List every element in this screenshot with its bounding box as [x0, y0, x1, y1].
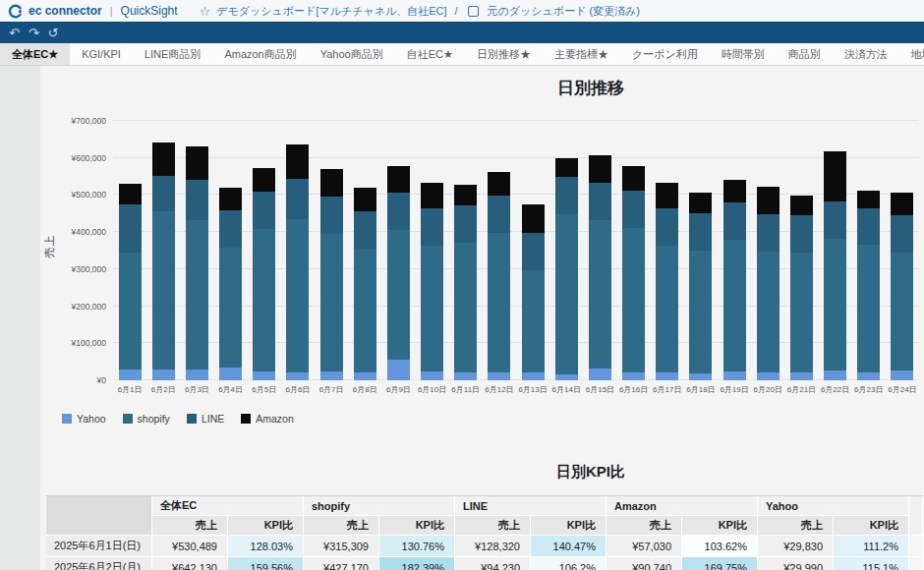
- table-cell: ¥29,830: [758, 536, 834, 557]
- bar-segment-yahoo: [824, 370, 846, 380]
- tab-クーポン利用[interactable]: クーポン利用: [620, 43, 710, 65]
- stacked-bar[interactable]: [454, 185, 477, 380]
- dashboard-icon: [468, 6, 479, 17]
- x-tick-label: 6月2日: [151, 384, 176, 395]
- stacked-bar[interactable]: [555, 158, 578, 380]
- x-tick-label: 6月18日: [686, 384, 715, 395]
- product-name[interactable]: QuickSight: [121, 4, 178, 18]
- tab-商品別[interactable]: 商品別: [777, 43, 833, 65]
- bar-segment-shopify: [253, 229, 275, 371]
- legend-swatch-line: [187, 414, 197, 424]
- tab-時間帯別[interactable]: 時間帯別: [710, 43, 777, 65]
- x-tick-label: 6月9日: [386, 384, 411, 395]
- stacked-bar[interactable]: [589, 155, 611, 380]
- bar-segment-amazon: [320, 169, 343, 197]
- stacked-bar[interactable]: [186, 146, 208, 380]
- stacked-bar[interactable]: [119, 184, 142, 380]
- stacked-bar[interactable]: [421, 183, 443, 380]
- x-tick-label: 6月21日: [787, 384, 816, 395]
- table-cell: ¥90,740: [606, 557, 682, 570]
- table-cell: ¥29,990: [758, 557, 834, 570]
- tab-自社EC[interactable]: 自社EC★: [395, 43, 465, 65]
- legend-item-shopify[interactable]: shopify: [123, 413, 170, 425]
- undo-icon[interactable]: ↶: [9, 27, 20, 39]
- stacked-bar[interactable]: [253, 168, 275, 380]
- table-subheader: 売上: [304, 516, 379, 536]
- table-subheader: KPI比: [834, 516, 909, 536]
- favorite-star-icon[interactable]: ☆: [200, 5, 211, 18]
- header-divider: |: [110, 5, 113, 17]
- bar-segment-amazon: [387, 166, 410, 193]
- stacked-bar[interactable]: [656, 183, 678, 380]
- table-row-date: 2025年6月1日(日): [46, 536, 152, 557]
- stacked-bar[interactable]: [488, 172, 510, 380]
- stacked-bar[interactable]: [152, 142, 175, 380]
- x-tick-label: 6月4日: [218, 384, 243, 395]
- tab-全体EC[interactable]: 全体EC★: [0, 43, 70, 65]
- table-title: 日別KPI比: [40, 463, 924, 482]
- bar-segment-amazon: [723, 180, 746, 202]
- stacked-bar[interactable]: [790, 196, 813, 380]
- tab-Amazon商品別[interactable]: Amazon商品別: [212, 43, 308, 65]
- tab-KGIKPI[interactable]: KGI/KPI: [70, 43, 133, 65]
- legend-item-yahoo[interactable]: Yahoo: [62, 413, 106, 425]
- x-tick-label: 6月3日: [185, 384, 209, 395]
- brand-name[interactable]: ec connector: [29, 4, 102, 18]
- bar-segment-shopify: [454, 243, 477, 372]
- bar-segment-line: [320, 197, 343, 234]
- y-tick-label: ¥0: [97, 375, 106, 385]
- breadcrumb-dashboard-link[interactable]: デモダッシュボード[マルチチャネル、自社EC]: [216, 4, 446, 19]
- bar-segment-line: [555, 177, 578, 214]
- bar-segment-yahoo: [790, 372, 813, 380]
- table-cell: ¥530,489: [152, 536, 228, 557]
- bar-segment-line: [119, 204, 142, 252]
- tab-Yahoo商品別[interactable]: Yahoo商品別: [309, 43, 395, 65]
- table-cell: 169.75%: [682, 557, 758, 570]
- bar-segment-amazon: [589, 155, 611, 183]
- redo-icon[interactable]: ↷: [29, 27, 39, 39]
- x-tick-label: 6月7日: [319, 384, 344, 395]
- stacked-bar[interactable]: [622, 166, 645, 380]
- stacked-bar[interactable]: [723, 180, 746, 380]
- x-tick-label: 6月23日: [854, 384, 883, 395]
- legend-item-amazon[interactable]: Amazon: [241, 413, 294, 425]
- legend-swatch-yahoo: [62, 414, 72, 424]
- stacked-bar[interactable]: [891, 193, 913, 380]
- quicksight-dashboard: ec connector | QuickSight ☆ デモダッシュボード[マル…: [0, 0, 924, 570]
- ec-connector-logo-icon[interactable]: [8, 4, 23, 19]
- bar-segment-yahoo: [354, 372, 376, 380]
- tab-日別推移[interactable]: 日別推移★: [465, 43, 543, 65]
- stacked-bar[interactable]: [320, 169, 343, 380]
- table-subheader: KPI比: [682, 516, 758, 536]
- stacked-bar[interactable]: [824, 151, 846, 380]
- x-tick-label: 6月17日: [653, 384, 681, 395]
- table-cell: 130.76%: [379, 536, 455, 557]
- bar-segment-shopify: [723, 240, 746, 371]
- tab-主要指標[interactable]: 主要指標★: [543, 43, 620, 65]
- bar-segment-shopify: [119, 253, 142, 370]
- gridline: [113, 157, 919, 158]
- bar-segment-amazon: [824, 151, 846, 201]
- stacked-bar[interactable]: [286, 144, 309, 380]
- bar-segment-yahoo: [119, 370, 142, 380]
- stacked-bar[interactable]: [757, 187, 780, 380]
- stacked-bar[interactable]: [689, 193, 712, 380]
- stacked-bar[interactable]: [522, 204, 545, 380]
- tab-LINE商品別[interactable]: LINE商品別: [133, 43, 212, 65]
- stacked-bar[interactable]: [857, 191, 880, 380]
- table-cell: 128.03%: [228, 536, 304, 557]
- legend-item-line[interactable]: LINE: [187, 413, 224, 425]
- reset-icon[interactable]: ↺: [48, 27, 59, 39]
- stacked-bar[interactable]: [354, 188, 376, 380]
- table-row-overflow: [909, 557, 923, 570]
- tab-地域[interactable]: 地域★: [899, 43, 924, 65]
- bar-segment-line: [186, 180, 208, 220]
- tab-決済方法[interactable]: 決済方法: [833, 43, 899, 65]
- bar-segment-yahoo: [555, 374, 578, 380]
- bar-segment-line: [656, 208, 678, 246]
- legend-label: Amazon: [256, 413, 294, 425]
- bar-segment-amazon: [454, 185, 477, 205]
- breadcrumb-original-dashboard-link[interactable]: 元のダッシュボード (変更済み): [488, 4, 640, 19]
- stacked-bar[interactable]: [387, 166, 410, 380]
- stacked-bar[interactable]: [219, 188, 242, 380]
